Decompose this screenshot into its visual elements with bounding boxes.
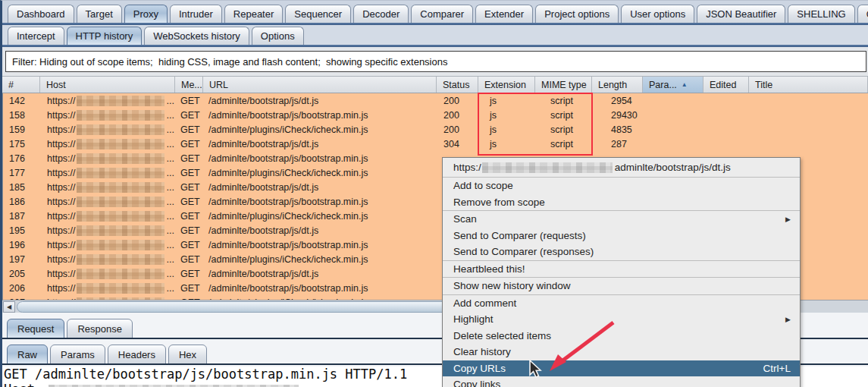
menu-item-remove-from-scope[interactable]: Remove from scope [443, 194, 800, 211]
redacted-host [77, 139, 165, 149]
column-header-label: Extension [484, 80, 526, 90]
column-header-label: Host [46, 80, 66, 90]
menu-item-show-new-history-window[interactable]: Show new history window [443, 278, 800, 294]
cell-host: https://... [41, 266, 176, 281]
column-header-edited[interactable]: Edited [703, 77, 749, 93]
host-ellipsis: ... [167, 211, 174, 222]
history-filter-bar[interactable]: Filter: Hiding out of scope items; hidin… [5, 51, 866, 72]
tab-decoder[interactable]: Decoder [353, 5, 409, 23]
host-ellipsis: ... [167, 240, 174, 250]
tab-csp[interactable]: CSP [857, 5, 868, 23]
menu-item-add-comment[interactable]: Add comment [443, 295, 800, 312]
cell-title [750, 93, 868, 108]
cell-number: 176 [3, 151, 41, 165]
tab-dashboard[interactable]: Dashboard [8, 5, 74, 23]
column-header-[interactable]: # [2, 77, 40, 93]
column-header-url[interactable]: URL [203, 77, 437, 93]
tab-json-beautifier[interactable]: JSON Beautifier [697, 5, 785, 23]
tab-shelling[interactable]: SHELLING [788, 5, 854, 23]
tab-http-history[interactable]: HTTP history [67, 27, 143, 45]
column-header-title[interactable]: Title [749, 77, 868, 93]
menu-item-clear-history[interactable]: Clear history [443, 344, 800, 360]
column-header-label: # [8, 80, 14, 90]
menu-item-send-to-comparer-requests[interactable]: Send to Comparer (requests) [443, 228, 800, 244]
host-scheme: https:// [47, 110, 76, 121]
table-row[interactable]: 159https://...GET/adminlte/plugins/iChec… [3, 122, 868, 137]
table-row[interactable]: 142https://...GET/adminlte/bootstrap/js/… [3, 93, 868, 108]
host-ellipsis: ... [167, 182, 174, 193]
tab-target[interactable]: Target [77, 5, 122, 23]
host-ellipsis: ... [167, 283, 174, 294]
tab-intruder[interactable]: Intruder [170, 5, 222, 23]
menu-item-scan[interactable]: Scan▶ [443, 211, 800, 228]
main-tab-bar: DashboardTargetProxyIntruderRepeaterSequ… [2, 1, 868, 23]
column-header-label: Para... [649, 80, 677, 90]
menu-item-send-to-comparer-responses[interactable]: Send to Comparer (responses) [443, 244, 800, 260]
menu-item-copy-urls[interactable]: Copy URLsCtrl+L [443, 360, 800, 377]
cell-host: https://... [41, 180, 176, 194]
host-scheme: https:// [47, 197, 76, 207]
scroll-left-button[interactable]: ◀ [3, 301, 15, 313]
tab-response[interactable]: Response [67, 319, 133, 338]
cell-method: GET [176, 137, 204, 151]
message-view-tab-bar: RawParamsHeadersHex [7, 344, 209, 364]
cell-method: GET [176, 238, 204, 252]
menu-item-heartbleed-this[interactable]: Heartbleed this! [443, 261, 800, 278]
column-header-length[interactable]: Length [592, 77, 643, 93]
tab-intercept[interactable]: Intercept [8, 27, 64, 45]
redacted-host [77, 197, 165, 207]
menu-item-add-to-scope[interactable]: Add to scope [443, 178, 800, 194]
tab-repeater[interactable]: Repeater [224, 5, 283, 23]
cell-url: /adminlte/plugins/iCheck/icheck.min.js [204, 209, 437, 223]
tab-request[interactable]: Request [7, 319, 64, 338]
column-header-label: MIME type [541, 80, 587, 90]
redacted-host [77, 110, 165, 121]
tab-proxy[interactable]: Proxy [124, 5, 168, 23]
redacted-host [77, 153, 165, 164]
tab-headers[interactable]: Headers [108, 345, 166, 364]
host-ellipsis: ... [167, 110, 174, 121]
cell-params [644, 108, 704, 122]
cell-title [750, 137, 868, 151]
menu-item-label: Highlight [453, 313, 494, 325]
menu-item-highlight[interactable]: Highlight▶ [443, 311, 800, 328]
tab-hex[interactable]: Hex [168, 345, 207, 364]
cell-number: 175 [3, 137, 41, 151]
tab-project-options[interactable]: Project options [535, 5, 619, 23]
context-menu: https:/adminlte/bootstrap/js/dt.jsAdd to… [442, 157, 801, 387]
column-header-para[interactable]: Para...▲ [643, 77, 703, 93]
cell-status: 200 [437, 93, 479, 108]
tab-params[interactable]: Params [50, 345, 105, 364]
host-ellipsis: ... [167, 254, 174, 265]
cell-method: GET [176, 252, 204, 266]
column-header-extension[interactable]: Extension [478, 77, 535, 93]
column-header-status[interactable]: Status [437, 77, 478, 93]
table-row[interactable]: 175https://...GET/adminlte/bootstrap/js/… [3, 137, 868, 151]
menu-item-label: Send to Comparer (responses) [453, 246, 594, 257]
cell-host: https://... [41, 108, 176, 122]
host-ellipsis: ... [167, 269, 174, 279]
tab-options[interactable]: Options [252, 27, 304, 45]
host-ellipsis: ... [167, 225, 174, 236]
redacted-host [77, 124, 165, 135]
redacted-host [77, 283, 165, 294]
table-row[interactable]: 158https://...GET/adminlte/bootstrap/js/… [3, 108, 868, 122]
column-header-host[interactable]: Host [40, 77, 175, 93]
column-header-mime-type[interactable]: MIME type [535, 77, 592, 93]
menu-item-label: Add to scope [453, 180, 513, 191]
tab-sequencer[interactable]: Sequencer [285, 5, 351, 23]
tab-comparer[interactable]: Comparer [411, 5, 473, 23]
tab-user-options[interactable]: User options [621, 5, 694, 23]
tab-websockets-history[interactable]: WebSockets history [144, 27, 249, 45]
tab-raw[interactable]: Raw [7, 345, 48, 364]
cell-params [644, 122, 704, 137]
menu-item-delete-selected-items[interactable]: Delete selected items [443, 328, 800, 345]
scroll-left-icon: ◀ [7, 304, 11, 310]
column-header-me[interactable]: Me... [175, 77, 203, 93]
tab-extender[interactable]: Extender [475, 5, 533, 23]
cell-status: 200 [437, 122, 479, 137]
host-scheme: https:// [47, 139, 76, 149]
filter-text: Filter: Hiding out of scope items; hidin… [12, 56, 447, 68]
cell-number: 177 [3, 165, 41, 180]
menu-item-copy-links[interactable]: Copy links [443, 376, 800, 387]
